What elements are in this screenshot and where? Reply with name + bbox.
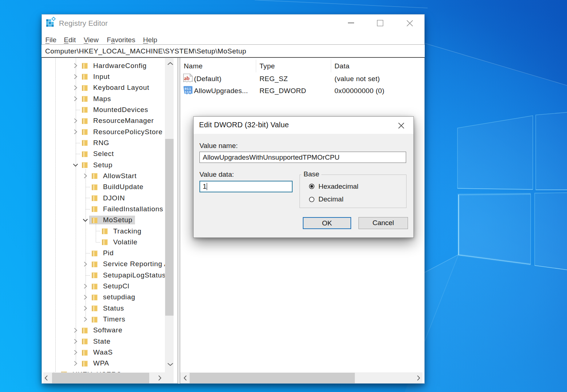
svg-text:ab: ab — [184, 75, 190, 81]
svg-text:110: 110 — [185, 90, 191, 94]
